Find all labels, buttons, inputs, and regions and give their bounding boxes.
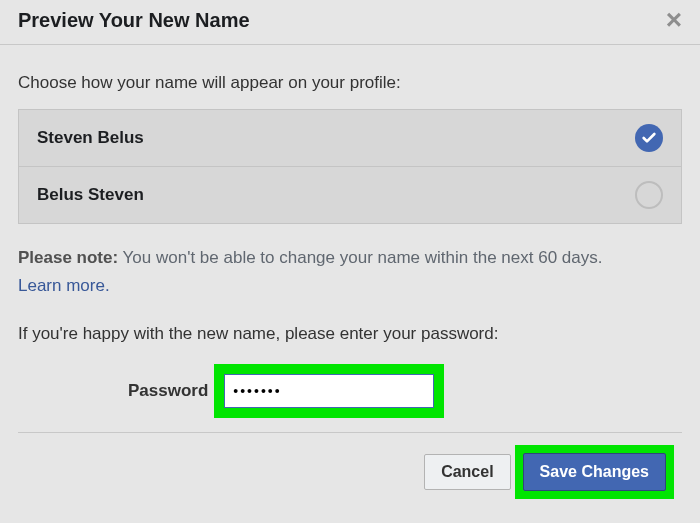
save-changes-button[interactable]: Save Changes [523,453,666,491]
dialog-header: Preview Your New Name × [0,0,700,45]
radio-unselected-icon [635,181,663,209]
dialog-footer: Cancel Save Changes [18,433,682,499]
highlight-annotation: Save Changes [515,445,674,499]
note-text: You won't be able to change your name wi… [118,248,602,267]
note-section: Please note: You won't be able to change… [18,246,682,298]
cancel-button[interactable]: Cancel [424,454,510,490]
note-label: Please note: [18,248,118,267]
dialog-title: Preview Your New Name [18,9,250,32]
name-option-label: Belus Steven [37,185,144,205]
name-option-1[interactable]: Belus Steven [19,166,681,223]
name-option-0[interactable]: Steven Belus [19,110,681,166]
password-label: Password [128,381,208,401]
password-input[interactable] [224,374,434,408]
name-options-list: Steven Belus Belus Steven [18,109,682,224]
password-prompt: If you're happy with the new name, pleas… [18,324,682,344]
highlight-annotation [214,364,444,418]
instruction-text: Choose how your name will appear on your… [18,73,682,93]
name-option-label: Steven Belus [37,128,144,148]
password-row: Password [18,364,682,418]
check-icon [635,124,663,152]
learn-more-link[interactable]: Learn more. [18,274,110,298]
close-icon[interactable]: × [666,6,682,34]
dialog-content: Choose how your name will appear on your… [0,45,700,499]
